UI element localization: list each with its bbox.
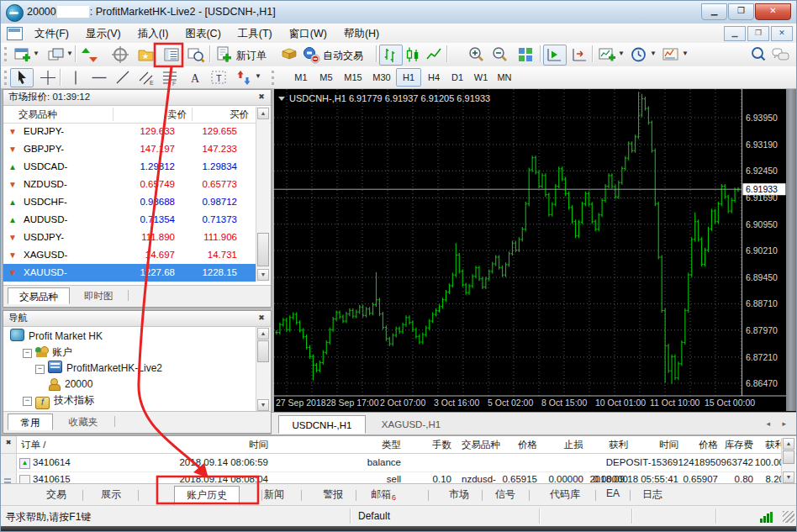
menu-item-3[interactable]: 图表(C) [177, 24, 229, 45]
arrows-tool[interactable] [233, 68, 256, 87]
scroll-up-icon[interactable]: ▲ [257, 108, 269, 119]
timeframe-W1[interactable]: W1 [468, 68, 494, 87]
navigator-button[interactable]: ★ [135, 45, 158, 66]
timeframe-M15[interactable]: M15 [339, 68, 367, 87]
tree-expand-icon[interactable]: − [23, 349, 32, 358]
terminal-tab-9[interactable]: EA [606, 487, 620, 499]
market-watch-tab-1[interactable]: 即时图 [72, 287, 124, 304]
minimize-button[interactable]: ▁ [701, 3, 727, 20]
terminal-tab-1[interactable]: 展示 [101, 487, 121, 502]
fibonacci-tool[interactable]: F [159, 68, 182, 87]
resize-grip[interactable] [783, 511, 794, 523]
market-watch-row[interactable]: ▼GBPJPY-147.197147.233 [3, 140, 257, 158]
horizontal-line-tool[interactable] [88, 68, 112, 87]
strategy-tester-button[interactable] [185, 45, 208, 66]
close-button[interactable]: ✕ [755, 3, 791, 20]
status-profile[interactable]: Default [358, 510, 390, 522]
periods-button[interactable] [628, 45, 652, 66]
timeframe-H4[interactable]: H4 [421, 68, 446, 87]
chat-button[interactable] [769, 45, 793, 66]
terminal-tab-6[interactable]: 市场 [449, 487, 469, 502]
text-tool[interactable]: A [184, 68, 208, 87]
market-watch-row[interactable]: ▼XAGUSD-14.69714.731 [3, 246, 257, 264]
arrows-dropdown[interactable]: ▼ [254, 72, 262, 80]
menu-item-2[interactable]: 插入(I) [129, 24, 177, 45]
menu-item-0[interactable]: 文件(F) [26, 24, 77, 45]
scroll-down-icon[interactable]: ▼ [257, 399, 269, 411]
new-order-button[interactable] [213, 45, 236, 66]
col-sl[interactable]: 止损 [564, 439, 583, 451]
templates-dropdown[interactable]: ▼ [681, 50, 689, 57]
tile-windows-button[interactable] [515, 45, 538, 66]
bar-chart-button[interactable] [379, 45, 403, 66]
navigator-item-0[interactable]: Profit Market HK [10, 329, 103, 345]
col-tp[interactable]: 获利 [609, 439, 628, 451]
scroll-down-icon[interactable]: ▼ [257, 269, 269, 281]
timeframe-D1[interactable]: D1 [445, 68, 470, 87]
templates-button[interactable] [660, 45, 684, 66]
trendline-tool[interactable] [112, 68, 135, 87]
terminal-tab-10[interactable]: 日志 [642, 487, 662, 502]
vertical-line-tool[interactable] [65, 68, 88, 87]
navigator-item-1[interactable]: −账户 [23, 345, 72, 361]
col-lots[interactable]: 手数 [432, 439, 451, 451]
terminal-tab-2[interactable]: 账户历史 [174, 486, 240, 505]
text-label-tool[interactable]: T [208, 68, 231, 87]
menu-item-5[interactable]: 窗口(W) [281, 24, 335, 45]
navigator-tab-1[interactable]: 收藏夹 [55, 413, 111, 430]
chart-shift-button[interactable] [568, 45, 592, 66]
navigator-tab-0[interactable]: 常用 [8, 413, 53, 430]
market-watch-tab-0[interactable]: 交易品种 [8, 287, 70, 304]
terminal-tab-8[interactable]: 代码库 [550, 487, 580, 502]
scroll-up-icon[interactable]: ▲ [783, 438, 794, 450]
terminal-tab-4[interactable]: 警报 [323, 487, 343, 502]
col-swap[interactable]: 库存费 [725, 439, 754, 451]
menu-item-1[interactable]: 显示(V) [77, 24, 129, 45]
history-center-button[interactable] [278, 45, 302, 66]
chart-tab-1[interactable]: XAGUSD-,H1 [369, 415, 453, 434]
navigator-item-2[interactable]: −ProfitMarketHK-Live2 [35, 361, 162, 377]
periods-dropdown[interactable]: ▼ [649, 50, 657, 57]
menu-item-4[interactable]: 工具(T) [230, 24, 281, 45]
zoom-out-button[interactable] [489, 45, 513, 66]
terminal-button[interactable] [161, 45, 184, 66]
profiles-dropdown[interactable]: ▼ [66, 50, 74, 57]
col-order[interactable]: 订单 / [21, 439, 45, 451]
crosshair-tool-button[interactable] [37, 68, 61, 87]
market-watch-row[interactable]: ▲USDCHF-0.986880.98712 [3, 193, 257, 211]
timeframe-M1[interactable]: M1 [288, 68, 314, 87]
market-watch-row[interactable]: ▲USDCAD-1.298121.29834 [3, 158, 257, 176]
scroll-down-icon[interactable]: ▼ [783, 471, 794, 483]
child-close-button[interactable]: ✕ [771, 26, 793, 41]
timeframe-M30[interactable]: M30 [367, 68, 396, 87]
market-watch-row[interactable]: ▼XAUUSD-1227.681228.15 [3, 264, 257, 282]
market-watch-row[interactable]: ▲AUDUSD-0.713540.71373 [3, 211, 257, 229]
restore-button[interactable]: ❐ [728, 3, 754, 20]
col-type[interactable]: 类型 [382, 439, 401, 451]
new-chart-button[interactable] [11, 45, 34, 66]
timeframe-M5[interactable]: M5 [314, 68, 339, 87]
autotrading-label[interactable]: 自动交易 [323, 49, 363, 63]
chart-tab-0[interactable]: USDCNH-,H1 [278, 415, 366, 434]
market-watch-row[interactable]: ▼USDJPY-111.890111.906 [3, 229, 257, 246]
candlestick-chart-button[interactable] [401, 45, 425, 66]
indicators-dropdown[interactable]: ▼ [617, 50, 625, 57]
terminal-tab-5[interactable]: 邮箱6 [371, 487, 396, 502]
history-row[interactable]: ▲34106142018.09.14 08:06:59balanceDEPOSI… [1, 455, 796, 472]
data-window-button[interactable] [109, 45, 133, 66]
autotrading-button[interactable] [300, 45, 324, 66]
navigator-scrollbar[interactable]: ▲ ▼ [256, 327, 270, 412]
cursor-tool-button[interactable] [10, 68, 34, 87]
navigator-item-4[interactable]: −f技术指标 [23, 392, 94, 408]
col-time[interactable]: 时间 [249, 439, 268, 451]
col-close-time[interactable]: 时间 [659, 439, 678, 451]
scroll-up-icon[interactable]: ▲ [257, 328, 269, 340]
market-watch-scrollbar[interactable]: ▲ ▼ [256, 107, 270, 282]
child-restore-button[interactable]: ❐ [747, 26, 769, 41]
terminal-tab-0[interactable]: 交易 [46, 487, 66, 502]
toolbar-grip[interactable] [272, 71, 277, 85]
new-chart-dropdown[interactable]: ▼ [32, 50, 40, 57]
tree-expand-icon[interactable]: − [23, 397, 32, 406]
profiles-button[interactable] [45, 45, 68, 66]
indicators-button[interactable] [596, 45, 620, 66]
